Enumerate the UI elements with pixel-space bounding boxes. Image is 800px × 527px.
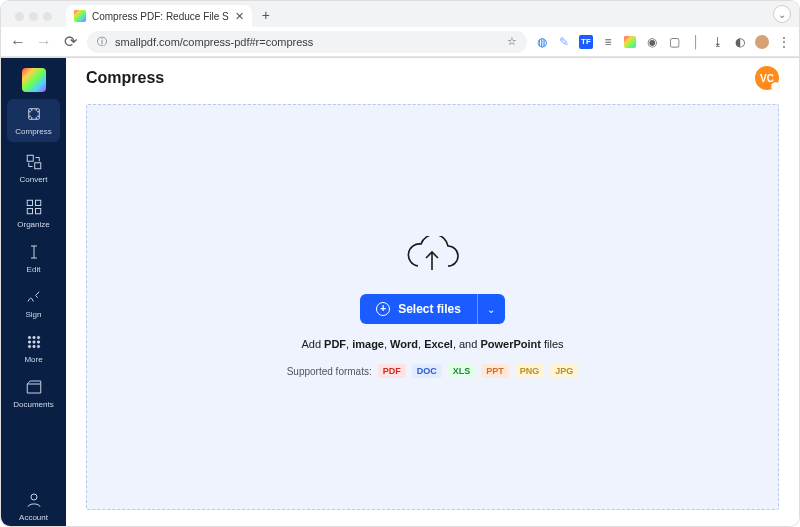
dropzone[interactable]: + Select files ⌄ Add PDF, image, Word, E… xyxy=(86,104,779,510)
hint-text: PowerPoint xyxy=(480,338,541,350)
hint-text: Excel xyxy=(424,338,453,350)
format-badge-doc: DOC xyxy=(412,364,442,378)
format-badge-jpg: JPG xyxy=(550,364,578,378)
sidebar-item-label: More xyxy=(24,355,42,364)
cloud-upload-icon xyxy=(404,236,460,280)
extension-icon[interactable]: ≡ xyxy=(601,35,615,49)
browser-toolbar: ← → ⟳ ⓘ smallpdf.com/compress-pdf#r=comp… xyxy=(1,27,799,57)
svg-rect-4 xyxy=(35,200,40,205)
extension-icon[interactable] xyxy=(623,35,637,49)
organize-icon xyxy=(25,198,43,216)
site-info-icon[interactable]: ⓘ xyxy=(97,35,107,49)
sidebar-item-organize[interactable]: Organize xyxy=(1,190,66,235)
sidebar-item-documents[interactable]: Documents xyxy=(1,370,66,415)
tab-title: Compress PDF: Reduce File S xyxy=(92,11,229,22)
extension-icon[interactable]: ◐ xyxy=(733,35,747,49)
extension-icon[interactable]: │ xyxy=(689,35,703,49)
edit-icon xyxy=(25,243,43,261)
tab-strip: Compress PDF: Reduce File S ✕ + ⌄ xyxy=(1,1,799,27)
select-files-button[interactable]: + Select files xyxy=(360,294,477,324)
back-button[interactable]: ← xyxy=(9,33,27,51)
sidebar-item-label: Organize xyxy=(17,220,49,229)
svg-rect-3 xyxy=(27,200,32,205)
sidebar-item-sign[interactable]: Sign xyxy=(1,280,66,325)
svg-rect-6 xyxy=(35,209,40,214)
avatar-initials: VC xyxy=(760,73,774,84)
new-tab-button[interactable]: + xyxy=(256,5,276,25)
reload-button[interactable]: ⟳ xyxy=(61,33,79,51)
supported-label: Supported formats: xyxy=(287,366,372,377)
traffic-light-close[interactable] xyxy=(15,12,24,21)
dropzone-inner: + Select files ⌄ Add PDF, image, Word, E… xyxy=(287,236,579,378)
dropzone-hint: Add PDF, image, Word, Excel, and PowerPo… xyxy=(301,338,563,350)
sidebar-item-edit[interactable]: Edit xyxy=(1,235,66,280)
menu-icon[interactable]: ⋮ xyxy=(777,35,791,49)
sidebar-item-compress[interactable]: Compress xyxy=(7,99,60,142)
app: Compress Convert Organize Edit Sign xyxy=(1,58,799,527)
address-bar[interactable]: ⓘ smallpdf.com/compress-pdf#r=compress ☆ xyxy=(87,31,527,53)
svg-rect-2 xyxy=(34,163,40,169)
format-badge-ppt: PPT xyxy=(481,364,509,378)
tab-close-icon[interactable]: ✕ xyxy=(235,10,244,23)
url-text: smallpdf.com/compress-pdf#r=compress xyxy=(115,36,313,48)
documents-icon xyxy=(25,378,43,396)
plus-circle-icon: + xyxy=(376,302,390,316)
svg-point-11 xyxy=(32,341,34,343)
hint-text: , and xyxy=(453,338,481,350)
hint-text: PDF xyxy=(324,338,346,350)
download-icon[interactable]: ⭳ xyxy=(711,35,725,49)
format-badge-png: PNG xyxy=(515,364,545,378)
sidebar-item-convert[interactable]: Convert xyxy=(1,145,66,190)
sidebar-item-label: Sign xyxy=(25,310,41,319)
format-badge-xls: XLS xyxy=(448,364,476,378)
svg-point-8 xyxy=(32,336,34,338)
svg-point-16 xyxy=(31,494,37,500)
sidebar-item-label: Documents xyxy=(13,400,53,409)
svg-point-10 xyxy=(28,341,30,343)
browser-tab[interactable]: Compress PDF: Reduce File S ✕ xyxy=(66,5,252,27)
sign-icon xyxy=(25,288,43,306)
sidebar: Compress Convert Organize Edit Sign xyxy=(1,58,66,527)
chevron-down-icon: ⌄ xyxy=(487,304,495,315)
hint-text: files xyxy=(541,338,564,350)
bookmark-star-icon[interactable]: ☆ xyxy=(507,35,517,48)
hint-text: Add xyxy=(301,338,324,350)
app-logo[interactable] xyxy=(22,68,46,92)
extension-icon[interactable]: TF xyxy=(579,35,593,49)
sidebar-item-label: Convert xyxy=(19,175,47,184)
svg-point-12 xyxy=(37,341,39,343)
hint-text: Word xyxy=(390,338,418,350)
extension-icon[interactable]: ▢ xyxy=(667,35,681,49)
svg-point-9 xyxy=(37,336,39,338)
avatar[interactable]: VC xyxy=(755,66,779,90)
compress-icon xyxy=(25,105,43,123)
traffic-light-zoom[interactable] xyxy=(43,12,52,21)
main-content: Compress VC + Select files xyxy=(66,58,799,527)
window-controls[interactable] xyxy=(7,12,62,27)
traffic-light-minimize[interactable] xyxy=(29,12,38,21)
hint-text: image xyxy=(352,338,384,350)
svg-point-7 xyxy=(28,336,30,338)
extension-icon[interactable]: ✎ xyxy=(557,35,571,49)
profile-icon[interactable] xyxy=(755,35,769,49)
forward-button[interactable]: → xyxy=(35,33,53,51)
supported-formats: Supported formats: PDF DOC XLS PPT PNG J… xyxy=(287,364,579,378)
convert-icon xyxy=(25,153,43,171)
svg-rect-5 xyxy=(27,209,32,214)
sidebar-item-more[interactable]: More xyxy=(1,325,66,370)
app-header: Compress VC xyxy=(66,58,799,94)
browser-chrome: Compress PDF: Reduce File S ✕ + ⌄ ← → ⟳ … xyxy=(1,1,799,58)
tab-favicon xyxy=(74,10,86,22)
sidebar-item-label: Edit xyxy=(27,265,41,274)
sidebar-item-account[interactable]: Account xyxy=(1,483,66,527)
grid-icon xyxy=(25,333,43,351)
select-files-group: + Select files ⌄ xyxy=(360,294,505,324)
chevron-down-icon[interactable]: ⌄ xyxy=(773,5,791,23)
extension-icon[interactable]: ◍ xyxy=(535,35,549,49)
svg-point-15 xyxy=(37,345,39,347)
select-files-label: Select files xyxy=(398,302,461,316)
select-files-dropdown[interactable]: ⌄ xyxy=(477,294,505,324)
extension-icons: ◍ ✎ TF ≡ ◉ ▢ │ ⭳ ◐ ⋮ xyxy=(535,35,791,49)
extension-icon[interactable]: ◉ xyxy=(645,35,659,49)
svg-point-13 xyxy=(28,345,30,347)
